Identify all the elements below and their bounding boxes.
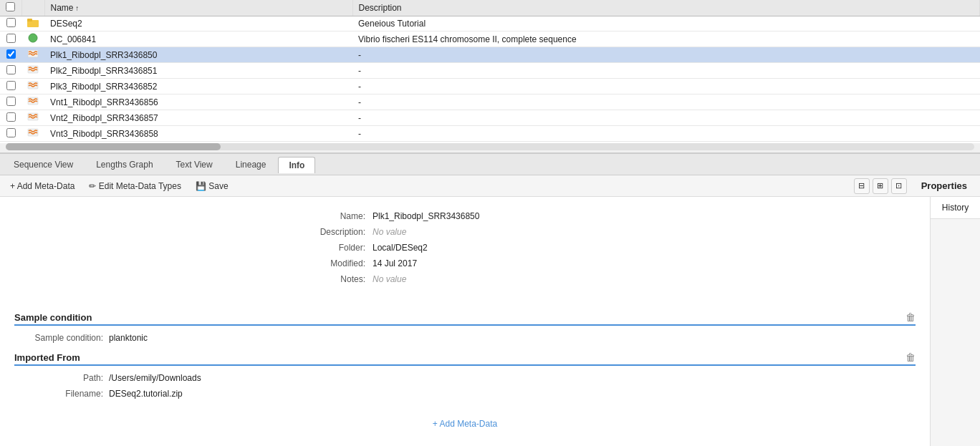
row-name: Vnt1_Ribodpl_SRR3436856 xyxy=(44,94,352,110)
row-name: NC_006841 xyxy=(44,31,352,47)
row-checkbox[interactable] xyxy=(6,18,16,27)
row-name: Plk1_Ribodpl_SRR3436850 xyxy=(44,47,352,63)
file-table: Name Description DESeq2 Geneious Tutoria… xyxy=(0,0,980,154)
modified-value: 14 Jul 2017 xyxy=(373,258,516,268)
layout-icon-2[interactable]: ⊞ xyxy=(873,178,888,194)
section-field-label: Path: xyxy=(17,373,103,383)
row-description: - xyxy=(352,47,980,63)
main-area: Name: Plk1_Ribodpl_SRR3436850 Descriptio… xyxy=(0,197,980,446)
content-panel: Name: Plk1_Ribodpl_SRR3436850 Descriptio… xyxy=(0,197,930,446)
section-field-row: Filename: DESeq2.tutorial.zip xyxy=(14,387,916,400)
row-checkbox[interactable] xyxy=(6,49,16,59)
seq-icon xyxy=(27,64,39,74)
notes-label: Notes: xyxy=(287,274,373,284)
table-row[interactable]: Plk2_Ribodpl_SRR3436851 - xyxy=(0,63,980,79)
info-fields: Name: Plk1_Ribodpl_SRR3436850 Descriptio… xyxy=(0,204,930,304)
layout-icon-3[interactable]: ⊡ xyxy=(891,178,907,194)
row-checkbox[interactable] xyxy=(6,34,16,43)
section-title: Imported From xyxy=(14,352,905,363)
section-field-row: Path: /Users/emily/Downloads xyxy=(14,372,916,384)
col-description-header[interactable]: Description xyxy=(352,0,980,16)
row-checkbox[interactable] xyxy=(6,128,16,137)
layout-icons: ⊟ ⊞ ⊡ xyxy=(854,178,907,194)
seq-icon xyxy=(27,96,39,106)
table-row[interactable]: Vnt1_Ribodpl_SRR3436856 - xyxy=(0,94,980,110)
add-meta-footer-button[interactable]: + Add Meta-Data xyxy=(0,407,930,440)
row-icon-cell xyxy=(21,63,44,79)
folder-value: Local/DESeq2 xyxy=(373,243,516,253)
row-description: Vibrio fischeri ES114 chromosome II, com… xyxy=(352,31,980,47)
seq-icon xyxy=(27,127,39,137)
col-name-header[interactable]: Name xyxy=(44,0,352,16)
info-row-name: Name: Plk1_Ribodpl_SRR3436850 xyxy=(14,211,516,221)
history-button[interactable]: History xyxy=(931,197,980,219)
row-checkbox[interactable] xyxy=(6,65,16,74)
svg-point-2 xyxy=(29,34,37,42)
row-description: - xyxy=(352,126,980,142)
info-row-folder: Folder: Local/DESeq2 xyxy=(14,243,516,253)
section-field-label: Filename: xyxy=(17,389,103,399)
info-row-description: Description: No value xyxy=(14,227,516,237)
table-row[interactable]: DESeq2 Geneious Tutorial xyxy=(0,16,980,31)
description-label: Description: xyxy=(287,227,373,237)
table-row[interactable]: Plk1_Ribodpl_SRR3436850 - xyxy=(0,47,980,63)
row-icon-cell xyxy=(21,94,44,110)
tab-text-view[interactable]: Text View xyxy=(165,156,224,173)
col-checkbox xyxy=(0,0,21,16)
row-checkbox[interactable] xyxy=(6,81,16,90)
select-all-checkbox[interactable] xyxy=(6,2,15,11)
row-check-cell xyxy=(0,79,21,94)
section-field-label: Sample condition: xyxy=(17,333,103,343)
row-description: Geneious Tutorial xyxy=(352,16,980,31)
right-panel: History xyxy=(930,197,980,446)
tab-info[interactable]: Info xyxy=(278,157,315,173)
section-header: Sample condition 🗑 xyxy=(14,311,916,326)
row-name: DESeq2 xyxy=(44,16,352,31)
info-row-modified: Modified: 14 Jul 2017 xyxy=(14,258,516,268)
circle-green-icon xyxy=(28,33,38,43)
section-field-value: /Users/emily/Downloads xyxy=(109,373,201,383)
row-check-cell xyxy=(0,16,21,31)
seq-icon xyxy=(27,112,39,122)
app-container: Name Description DESeq2 Geneious Tutoria… xyxy=(0,0,980,446)
tab-lineage[interactable]: Lineage xyxy=(225,156,277,173)
row-description: - xyxy=(352,63,980,79)
row-name: Plk3_Ribodpl_SRR3436852 xyxy=(44,79,352,94)
row-check-cell xyxy=(0,110,21,126)
properties-label: Properties xyxy=(916,179,973,193)
tab-bar: Sequence View Lengths Graph Text View Li… xyxy=(0,154,980,175)
tab-sequence-view[interactable]: Sequence View xyxy=(3,156,84,173)
table-row[interactable]: Vnt2_Ribodpl_SRR3436857 - xyxy=(0,110,980,126)
name-label: Name: xyxy=(287,211,373,221)
save-button[interactable]: 💾 Save xyxy=(193,180,231,193)
horizontal-scrollbar[interactable] xyxy=(0,143,980,153)
section-delete-button[interactable]: 🗑 xyxy=(905,311,916,323)
description-value: No value xyxy=(373,227,516,237)
row-description: - xyxy=(352,79,980,94)
table-row[interactable]: Vnt3_Ribodpl_SRR3436858 - xyxy=(0,126,980,142)
section-field-value: DESeq2.tutorial.zip xyxy=(109,389,183,399)
table-row[interactable]: Plk3_Ribodpl_SRR3436852 - xyxy=(0,79,980,94)
col-icon-header xyxy=(21,0,44,16)
sections-container: Sample condition 🗑 Sample condition: pla… xyxy=(0,311,930,400)
row-checkbox[interactable] xyxy=(6,97,16,106)
row-icon-cell xyxy=(21,16,44,31)
layout-icon-1[interactable]: ⊟ xyxy=(854,178,870,194)
row-name: Vnt2_Ribodpl_SRR3436857 xyxy=(44,110,352,126)
section-field-value: planktonic xyxy=(109,333,148,343)
table-row[interactable]: NC_006841 Vibrio fischeri ES114 chromoso… xyxy=(0,31,980,47)
section-header: Imported From 🗑 xyxy=(14,352,916,366)
folder-icon xyxy=(27,18,39,27)
info-row-notes: Notes: No value xyxy=(14,274,516,284)
row-checkbox[interactable] xyxy=(6,112,16,122)
row-name: Vnt3_Ribodpl_SRR3436858 xyxy=(44,126,352,142)
row-description: - xyxy=(352,94,980,110)
add-meta-button[interactable]: + Add Meta-Data xyxy=(7,180,77,193)
row-icon-cell xyxy=(21,31,44,47)
section-delete-button[interactable]: 🗑 xyxy=(905,352,916,363)
section-field-row: Sample condition: planktonic xyxy=(14,331,916,344)
row-check-cell xyxy=(0,47,21,63)
edit-meta-types-button[interactable]: ✏ Edit Meta-Data Types xyxy=(86,180,184,193)
folder-label: Folder: xyxy=(287,243,373,253)
tab-lengths-graph[interactable]: Lengths Graph xyxy=(85,156,163,173)
